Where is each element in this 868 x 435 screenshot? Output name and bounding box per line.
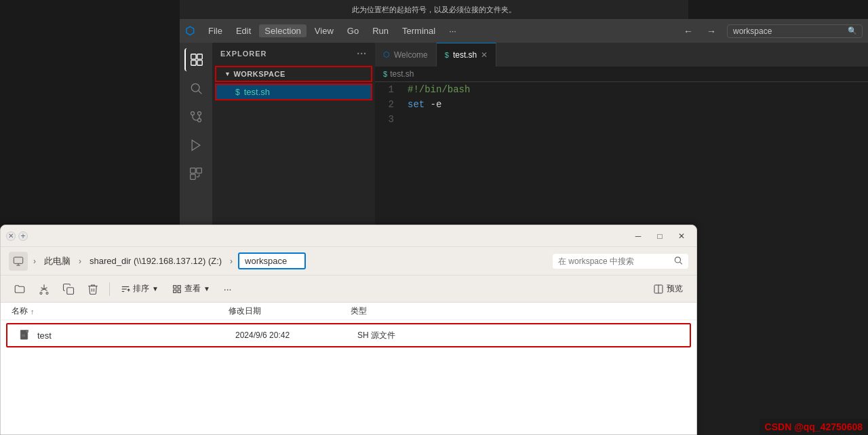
svg-rect-13 — [191, 174, 196, 180]
activity-explorer[interactable] — [184, 48, 208, 71]
fe-close-btn[interactable]: ✕ — [6, 231, 16, 241]
activity-run[interactable] — [184, 134, 208, 157]
svg-rect-22 — [67, 287, 74, 294]
fe-col-modified-header[interactable]: 修改日期 — [229, 305, 351, 317]
workspace-section: ▼ WORKSPACE $ test.sh — [212, 64, 375, 102]
tooltip-bar: 此为位置栏的起始符号，以及必须位接的文件夹。 — [180, 0, 688, 19]
menu-terminal[interactable]: Terminal — [397, 24, 441, 37]
fe-col-type-header[interactable]: 类型 — [351, 305, 452, 317]
search-icon: 🔍 — [848, 26, 857, 35]
svg-rect-1 — [197, 54, 202, 59]
fe-view-chevron-icon: ▼ — [203, 285, 210, 292]
svg-rect-14 — [14, 257, 22, 263]
menu-selection[interactable]: Selection — [259, 24, 306, 37]
test-sh-tab-icon: $ — [445, 51, 449, 59]
fe-preview-label: 预览 — [667, 283, 683, 295]
title-bar: ⬡ File Edit Selection View Go Run Termin… — [180, 19, 868, 43]
fe-path-shared[interactable]: shared_dir (\\192.168.137.12) (Z:) — [87, 254, 224, 267]
fe-col-name-header[interactable]: 名称 ↑ — [12, 305, 229, 317]
fe-new-folder-btn[interactable] — [9, 279, 31, 299]
menu-edit[interactable]: Edit — [231, 24, 256, 37]
csdn-watermark: CSDN @qq_42750608 — [760, 419, 868, 435]
workspace-chevron-icon: ▼ — [224, 71, 231, 77]
fe-cut-btn[interactable] — [33, 279, 55, 299]
svg-rect-30 — [178, 290, 180, 292]
fe-file-sh-icon: sh — [18, 328, 32, 342]
fe-new-tab-btn[interactable]: + — [18, 231, 28, 241]
search-bar[interactable]: workspace — [727, 24, 863, 38]
fe-path-pc[interactable]: 此电脑 — [41, 254, 73, 269]
svg-line-5 — [199, 91, 202, 94]
fe-window-buttons: ─ □ ✕ — [629, 229, 691, 243]
svg-line-18 — [680, 262, 682, 264]
search-text: workspace — [733, 26, 772, 36]
fe-sort-label: 排序 — [133, 283, 149, 295]
svg-point-19 — [40, 292, 42, 294]
menu-file[interactable]: File — [203, 24, 228, 37]
fe-column-headers: 名称 ↑ 修改日期 类型 — [1, 303, 696, 320]
tab-welcome[interactable]: ⬡ Welcome — [375, 43, 437, 67]
fe-view-btn[interactable]: 查看 ▼ — [167, 280, 216, 297]
menu-run[interactable]: Run — [367, 24, 394, 37]
nav-back-btn[interactable]: ← — [681, 24, 696, 38]
welcome-tab-icon: ⬡ — [383, 50, 390, 59]
vscode-logo-icon: ⬡ — [185, 24, 195, 37]
fe-delete-btn[interactable] — [82, 279, 104, 299]
fe-maximize-btn[interactable]: □ — [650, 229, 669, 243]
breadcrumb: $ test.sh — [375, 67, 868, 82]
tab-test-sh[interactable]: $ test.sh ✕ — [437, 43, 496, 67]
fe-col-modified-label: 修改日期 — [229, 306, 261, 316]
line-num-3: 3 — [383, 112, 394, 127]
sidebar-file-name: test.sh — [244, 87, 270, 97]
csdn-text: CSDN @qq_42750608 — [765, 421, 863, 432]
svg-point-7 — [198, 119, 201, 122]
fe-address-bar: › 此电脑 › shared_dir (\\192.168.137.12) (Z… — [1, 247, 696, 276]
breadcrumb-file-name: test.sh — [390, 69, 414, 79]
fe-copy-btn[interactable] — [58, 279, 79, 299]
activity-extensions[interactable] — [184, 162, 208, 185]
tooltip-text: 此为位置栏的起始符号，以及必须位接的文件夹。 — [352, 5, 516, 15]
fe-file-row-test[interactable]: sh test 2024/9/6 20:42 SH 源文件 — [6, 323, 691, 347]
tab-close-icon[interactable]: ✕ — [481, 50, 488, 60]
menu-go[interactable]: Go — [342, 24, 364, 37]
svg-rect-2 — [191, 60, 196, 65]
workspace-label[interactable]: ▼ WORKSPACE — [215, 66, 372, 82]
svg-rect-34 — [26, 330, 28, 333]
fe-file-type: SH 源文件 — [357, 330, 459, 341]
fe-file-date: 2024/9/6 20:42 — [235, 330, 357, 340]
sidebar-header: EXPLORER ··· — [212, 43, 375, 64]
fe-sort-btn[interactable]: 排序 ▼ — [115, 280, 164, 297]
fe-minimize-btn[interactable]: ─ — [629, 229, 648, 243]
search-bar-wrapper: workspace 🔍 — [727, 24, 863, 38]
fe-search-input[interactable] — [553, 254, 688, 269]
menu-view[interactable]: View — [309, 24, 339, 37]
nav-forward-btn[interactable]: → — [704, 24, 719, 38]
fe-path-chevron-2: › — [79, 257, 81, 266]
fe-preview-btn[interactable]: 预览 — [648, 280, 688, 297]
fe-view-label: 查看 — [184, 283, 201, 295]
svg-rect-3 — [197, 60, 202, 65]
svg-point-17 — [675, 257, 680, 262]
svg-point-6 — [191, 112, 195, 115]
svg-point-20 — [46, 292, 48, 294]
fe-close-window-btn[interactable]: ✕ — [672, 229, 691, 243]
svg-rect-29 — [174, 290, 176, 292]
fe-search-area — [553, 254, 688, 269]
fe-monitor-icon[interactable] — [9, 252, 28, 271]
svg-point-4 — [191, 83, 199, 92]
svg-rect-11 — [191, 168, 196, 174]
file-explorer-window: ✕ + ─ □ ✕ › 此电脑 › shared_dir (\\192.168.… — [0, 225, 697, 435]
sidebar-file-item-test-sh[interactable]: $ test.sh — [215, 83, 372, 100]
sidebar-title: EXPLORER — [220, 50, 267, 58]
svg-rect-12 — [197, 168, 202, 174]
sidebar-more-btn[interactable]: ··· — [357, 48, 367, 59]
menu-more[interactable]: ··· — [443, 24, 462, 37]
activity-source-control[interactable] — [184, 105, 208, 128]
fe-file-name: test — [37, 330, 235, 341]
fe-more-options-btn[interactable]: ··· — [218, 281, 237, 297]
activity-search[interactable] — [184, 77, 208, 100]
line-num-2: 2 — [383, 97, 394, 112]
fe-file-list: 名称 ↑ 修改日期 类型 sh t — [1, 303, 696, 434]
fe-path-workspace[interactable]: workspace — [238, 252, 306, 269]
svg-text:sh: sh — [22, 334, 26, 337]
